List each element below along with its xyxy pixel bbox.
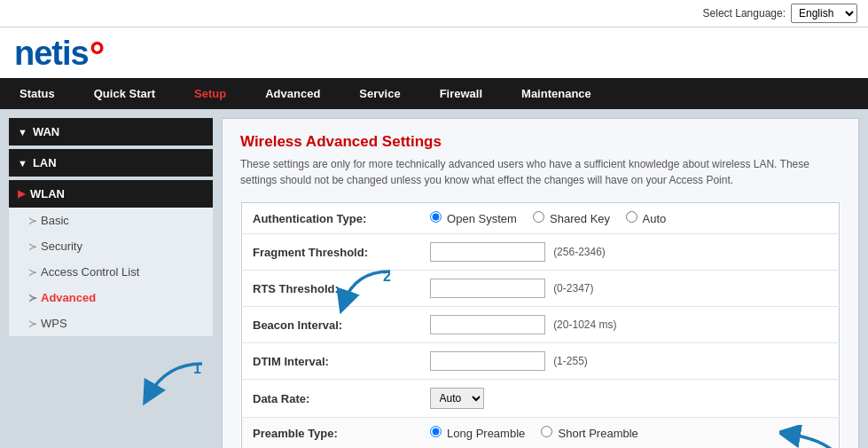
radio-auth-type: Open System Shared Key Auto	[430, 212, 679, 225]
nav-status[interactable]: Status	[0, 78, 74, 109]
sidebar-group-wan: ▼ WAN	[9, 118, 213, 145]
select-datarate[interactable]: Auto 1M 2M 5.5M 11M	[430, 388, 484, 409]
radio-long-preamble[interactable]	[430, 426, 442, 437]
sidebar-header-lan[interactable]: ▼ LAN	[9, 149, 213, 177]
value-fragment: (256-2346)	[419, 234, 840, 271]
value-auth-type: Open System Shared Key Auto	[419, 203, 840, 234]
input-beacon[interactable]	[430, 315, 545, 334]
label-short-preamble[interactable]: Short Preamble	[541, 427, 638, 440]
sidebar-item-wps[interactable]: WPS	[9, 310, 213, 336]
sidebar-wlan-label: WLAN	[30, 187, 65, 200]
logo-dot: °	[90, 34, 105, 77]
sidebar-lan-label: LAN	[33, 156, 57, 169]
label-beacon: Beacon Interval:	[242, 307, 419, 343]
radio-shared-key[interactable]	[533, 211, 544, 223]
row-fragment: Fragment Threshold: (256-2346)	[242, 234, 840, 271]
row-auth-type: Authentication Type: Open System Shared …	[242, 203, 840, 234]
label-shared-key[interactable]: Shared Key	[533, 212, 611, 225]
sidebar-group-lan: ▼ LAN	[9, 149, 213, 177]
label-dtim: DTIM Interval:	[242, 343, 419, 380]
input-fragment[interactable]	[430, 242, 545, 262]
settings-table: Authentication Type: Open System Shared …	[240, 202, 841, 448]
content-area: Wireless Advanced Settings These setting…	[222, 118, 859, 448]
lang-label: Select Language:	[703, 7, 786, 20]
sidebar-item-acl[interactable]: Access Control List	[9, 259, 213, 285]
sidebar: ▼ WAN ▼ LAN ▶ WLAN Basic Security Access…	[9, 118, 213, 448]
value-preamble: Long Preamble Short Preamble	[419, 418, 840, 449]
label-long-preamble[interactable]: Long Preamble	[430, 427, 526, 440]
logo: netis°	[14, 35, 104, 73]
row-dtim: DTIM Interval: (1-255)	[242, 343, 840, 380]
language-select[interactable]: English Chinese	[791, 4, 857, 23]
page-description: These settings are only for more technic…	[240, 156, 841, 188]
value-beacon: (20-1024 ms)	[419, 307, 840, 343]
sidebar-group-wlan: ▶ WLAN Basic Security Access Control Lis…	[9, 180, 213, 336]
value-dtim: (1-255)	[419, 343, 840, 380]
sidebar-header-wlan[interactable]: ▶ WLAN	[9, 180, 213, 208]
hint-fragment: (256-2346)	[553, 246, 606, 258]
label-auth-type: Authentication Type:	[242, 203, 419, 234]
input-rts[interactable]	[430, 279, 545, 298]
label-rts: RTS Threshold:	[242, 271, 419, 307]
hint-dtim: (1-255)	[553, 355, 588, 367]
input-dtim[interactable]	[430, 351, 545, 371]
page-title: Wireless Advanced Settings	[240, 133, 841, 151]
label-datarate: Data Rate:	[242, 380, 419, 418]
hint-beacon: (20-1024 ms)	[553, 318, 616, 331]
sidebar-item-advanced[interactable]: Advanced	[9, 285, 213, 310]
sidebar-header-wan[interactable]: ▼ WAN	[9, 118, 213, 145]
radio-open-system[interactable]	[430, 211, 442, 223]
nav-advanced[interactable]: Advanced	[246, 78, 340, 109]
label-preamble: Preamble Type:	[242, 418, 419, 449]
row-beacon: Beacon Interval: (20-1024 ms)	[242, 307, 840, 343]
row-datarate: Data Rate: Auto 1M 2M 5.5M 11M	[242, 380, 840, 418]
nav-firewall[interactable]: Firewall	[420, 78, 502, 109]
row-rts: RTS Threshold: (0-2347)	[242, 271, 840, 307]
radio-auto[interactable]	[626, 211, 637, 223]
lan-arrow-icon: ▼	[18, 158, 27, 169]
value-datarate: Auto 1M 2M 5.5M 11M	[419, 380, 840, 418]
top-bar: Select Language: English Chinese	[0, 0, 868, 28]
wlan-arrow-icon: ▶	[18, 188, 25, 200]
row-preamble: Preamble Type: Long Preamble Short Pream…	[242, 418, 840, 449]
radio-preamble: Long Preamble Short Preamble	[430, 427, 651, 440]
main-layout: ▼ WAN ▼ LAN ▶ WLAN Basic Security Access…	[9, 118, 859, 448]
wan-arrow-icon: ▼	[18, 127, 27, 138]
nav-setup[interactable]: Setup	[175, 78, 246, 109]
nav-maintenance[interactable]: Maintenance	[502, 78, 611, 109]
sidebar-wan-label: WAN	[33, 125, 59, 138]
logo-bar: netis°	[0, 28, 868, 78]
sidebar-item-basic[interactable]: Basic	[9, 208, 213, 233]
nav-service[interactable]: Service	[340, 78, 419, 109]
hint-rts: (0-2347)	[553, 282, 593, 295]
sidebar-item-security[interactable]: Security	[9, 233, 213, 259]
label-open-system[interactable]: Open System	[430, 212, 517, 225]
radio-short-preamble[interactable]	[541, 426, 552, 437]
nav-quickstart[interactable]: Quick Start	[74, 78, 175, 109]
main-nav: Status Quick Start Setup Advanced Servic…	[0, 78, 868, 109]
label-fragment: Fragment Threshold:	[242, 234, 419, 271]
value-rts: (0-2347)	[419, 271, 840, 307]
label-auto[interactable]: Auto	[626, 212, 667, 225]
